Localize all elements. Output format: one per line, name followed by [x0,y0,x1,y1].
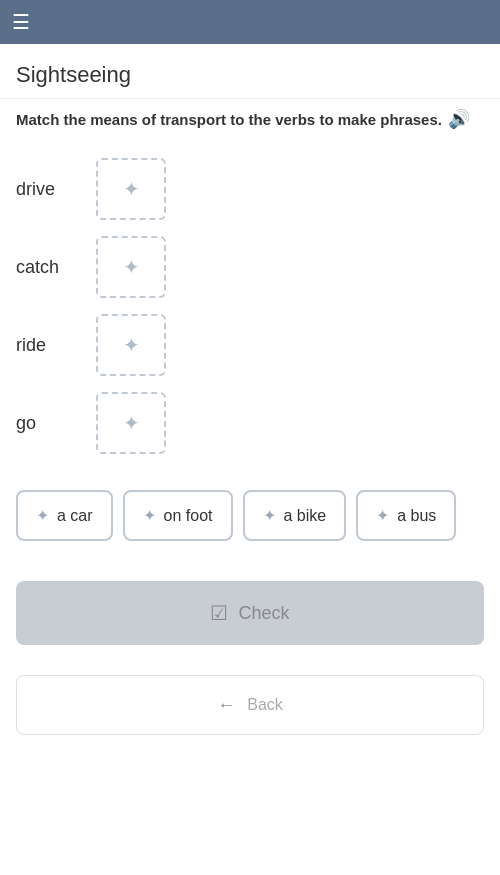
drag-item-a-bike-icon: ✦ [263,506,276,525]
instructions-text: Match the means of transport to the verb… [16,109,442,130]
drop-zone-drive[interactable]: ✦ [96,158,166,220]
check-button-label: Check [238,603,289,624]
drag-target-row-drive: drive ✦ [16,158,484,220]
check-button-content: ☑ Check [210,601,289,625]
drop-zone-ride[interactable]: ✦ [96,314,166,376]
instructions: Match the means of transport to the verb… [0,99,500,150]
drag-item-a-bike[interactable]: ✦ a bike [243,490,347,541]
verb-ride: ride [16,335,96,356]
drag-item-a-bike-label: a bike [284,507,327,525]
drag-item-a-bus[interactable]: ✦ a bus [356,490,456,541]
verb-go: go [16,413,96,434]
verb-catch: catch [16,257,96,278]
drag-item-a-car-label: a car [57,507,93,525]
check-button[interactable]: ☑ Check [16,581,484,645]
drag-item-a-bus-label: a bus [397,507,436,525]
drop-zone-drive-icon: ✦ [123,177,140,201]
drag-items-area: ✦ a car ✦ on foot ✦ a bike ✦ a bus [0,480,500,561]
drag-target-row-catch: catch ✦ [16,236,484,298]
back-label: Back [247,696,283,714]
drag-target-row-ride: ride ✦ [16,314,484,376]
audio-icon[interactable]: 🔊 [448,107,470,132]
drop-zone-go-icon: ✦ [123,411,140,435]
drop-zone-catch-icon: ✦ [123,255,140,279]
drop-zone-catch[interactable]: ✦ [96,236,166,298]
drag-item-on-foot-icon: ✦ [143,506,156,525]
drag-item-a-bus-icon: ✦ [376,506,389,525]
page-title: Sightseeing [0,44,500,98]
drop-zone-ride-icon: ✦ [123,333,140,357]
drop-zone-go[interactable]: ✦ [96,392,166,454]
back-button[interactable]: ← Back [16,675,484,735]
back-arrow-icon: ← [217,695,235,716]
drag-item-on-foot[interactable]: ✦ on foot [123,490,233,541]
drag-targets-area: drive ✦ catch ✦ ride ✦ go ✦ [0,150,500,480]
drag-item-a-car[interactable]: ✦ a car [16,490,113,541]
check-icon: ☑ [210,601,228,625]
header-bar: ☰ [0,0,500,44]
verb-drive: drive [16,179,96,200]
drag-item-a-car-icon: ✦ [36,506,49,525]
drag-target-row-go: go ✦ [16,392,484,454]
drag-item-on-foot-label: on foot [164,507,213,525]
hamburger-icon[interactable]: ☰ [12,10,30,34]
